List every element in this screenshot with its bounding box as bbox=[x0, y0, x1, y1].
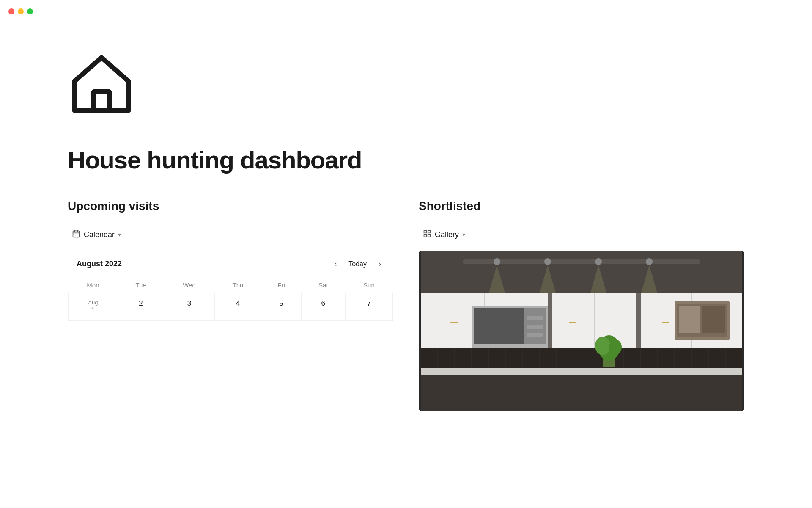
calendar-today-button[interactable]: Today bbox=[345, 259, 370, 270]
calendar-widget: August 2022 ‹ Today › Mon Tue Wed Thu bbox=[68, 251, 393, 321]
svg-rect-30 bbox=[569, 322, 576, 323]
dashboard-columns: Upcoming visits 31 Calendar ▾ bbox=[68, 199, 744, 411]
calendar-icon: 31 bbox=[72, 229, 80, 240]
svg-text:31: 31 bbox=[75, 234, 78, 237]
svg-rect-56 bbox=[474, 308, 524, 344]
calendar-nav: ‹ Today › bbox=[331, 258, 384, 270]
calendar-cell-7[interactable]: 7 bbox=[345, 293, 392, 321]
shortlisted-divider bbox=[419, 218, 744, 218]
calendar-day-wed: Wed bbox=[164, 277, 215, 293]
svg-point-62 bbox=[595, 337, 610, 355]
chevron-down-icon: ▾ bbox=[118, 231, 121, 238]
svg-point-63 bbox=[609, 340, 622, 355]
calendar-view-label: Calendar bbox=[84, 230, 115, 239]
calendar-cell-4[interactable]: 4 bbox=[214, 293, 261, 321]
calendar-cell-2[interactable]: 2 bbox=[118, 293, 164, 321]
traffic-light-red[interactable] bbox=[8, 8, 14, 14]
page-title: House hunting dashboard bbox=[68, 146, 744, 174]
svg-rect-28 bbox=[450, 322, 458, 323]
calendar-day-thu: Thu bbox=[214, 277, 261, 293]
upcoming-visits-title: Upcoming visits bbox=[68, 199, 393, 213]
svg-rect-57 bbox=[527, 316, 543, 320]
svg-rect-0 bbox=[93, 91, 110, 110]
svg-point-15 bbox=[595, 258, 602, 265]
calendar-month-year: August 2022 bbox=[77, 260, 331, 268]
calendar-day-fri: Fri bbox=[261, 277, 302, 293]
svg-rect-53 bbox=[421, 375, 742, 411]
traffic-light-green[interactable] bbox=[27, 8, 33, 14]
gallery-icon bbox=[423, 229, 431, 240]
shortlisted-section: Shortlisted Gallery ▾ bbox=[419, 199, 744, 411]
svg-rect-66 bbox=[679, 306, 700, 333]
svg-rect-67 bbox=[702, 306, 725, 333]
home-icon bbox=[68, 51, 744, 120]
gallery-image-container bbox=[419, 251, 744, 411]
svg-rect-31 bbox=[662, 322, 669, 323]
calendar-week-1: Aug 1 2 3 4 bbox=[69, 293, 393, 321]
svg-rect-52 bbox=[421, 368, 742, 375]
calendar-cell-5[interactable]: 5 bbox=[261, 293, 302, 321]
svg-point-14 bbox=[544, 258, 551, 265]
svg-rect-7 bbox=[428, 231, 431, 233]
upcoming-visits-section: Upcoming visits 31 Calendar ▾ bbox=[68, 199, 393, 411]
gallery-view-selector[interactable]: Gallery ▾ bbox=[419, 227, 744, 242]
calendar-day-sun: Sun bbox=[345, 277, 392, 293]
upcoming-visits-divider bbox=[68, 218, 393, 218]
traffic-lights bbox=[8, 8, 33, 14]
svg-rect-33 bbox=[421, 348, 742, 369]
gallery-view-label: Gallery bbox=[435, 230, 459, 239]
svg-rect-9 bbox=[428, 235, 431, 237]
traffic-light-yellow[interactable] bbox=[18, 8, 24, 14]
calendar-cell-6[interactable]: 6 bbox=[301, 293, 345, 321]
svg-rect-6 bbox=[424, 231, 427, 233]
calendar-day-mon: Mon bbox=[69, 277, 118, 293]
main-content: House hunting dashboard Upcoming visits … bbox=[0, 0, 812, 437]
calendar-day-sat: Sat bbox=[301, 277, 345, 293]
kitchen-image bbox=[419, 251, 744, 411]
shortlisted-title: Shortlisted bbox=[419, 199, 744, 213]
svg-point-16 bbox=[646, 258, 653, 265]
calendar-next-button[interactable]: › bbox=[375, 258, 384, 270]
calendar-days-header: Mon Tue Wed Thu Fri Sat Sun bbox=[69, 277, 393, 293]
svg-rect-59 bbox=[527, 333, 543, 337]
svg-rect-58 bbox=[527, 325, 543, 329]
calendar-day-tue: Tue bbox=[118, 277, 164, 293]
calendar-view-selector[interactable]: 31 Calendar ▾ bbox=[68, 227, 393, 242]
svg-point-13 bbox=[494, 258, 500, 265]
calendar-prev-button[interactable]: ‹ bbox=[331, 258, 340, 270]
gallery-chevron-icon: ▾ bbox=[462, 231, 465, 238]
calendar-cell-3[interactable]: 3 bbox=[164, 293, 215, 321]
calendar-cell-aug1[interactable]: Aug 1 bbox=[69, 293, 118, 321]
calendar-header: August 2022 ‹ Today › bbox=[68, 251, 393, 277]
calendar-grid: Mon Tue Wed Thu Fri Sat Sun Aug bbox=[68, 277, 393, 321]
home-icon-container bbox=[68, 51, 744, 120]
svg-rect-8 bbox=[424, 235, 427, 237]
